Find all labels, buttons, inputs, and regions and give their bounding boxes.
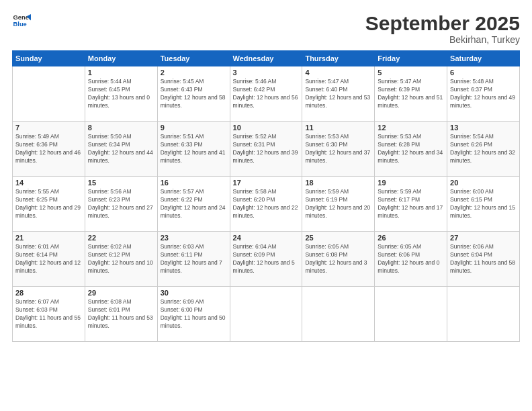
calendar-week-5: 28Sunrise: 6:07 AM Sunset: 6:03 PM Dayli… <box>13 287 520 342</box>
day-info: Sunrise: 6:01 AM Sunset: 6:14 PM Dayligh… <box>15 243 82 275</box>
day-info: Sunrise: 6:05 AM Sunset: 6:08 PM Dayligh… <box>305 243 371 275</box>
calendar-cell: 18Sunrise: 5:59 AM Sunset: 6:19 PM Dayli… <box>302 177 375 232</box>
day-info: Sunrise: 6:09 AM Sunset: 6:00 PM Dayligh… <box>161 298 227 330</box>
day-number: 13 <box>450 124 517 132</box>
calendar-week-3: 14Sunrise: 5:55 AM Sunset: 6:25 PM Dayli… <box>13 177 520 232</box>
day-number: 24 <box>233 234 300 242</box>
calendar-cell: 28Sunrise: 6:07 AM Sunset: 6:03 PM Dayli… <box>13 287 85 342</box>
day-info: Sunrise: 5:44 AM Sunset: 6:45 PM Dayligh… <box>88 78 154 110</box>
calendar-cell: 2Sunrise: 5:45 AM Sunset: 6:43 PM Daylig… <box>157 66 230 122</box>
calendar-cell: 13Sunrise: 5:54 AM Sunset: 6:26 PM Dayli… <box>447 122 520 177</box>
day-number: 25 <box>305 234 371 242</box>
calendar-cell: 17Sunrise: 5:58 AM Sunset: 6:20 PM Dayli… <box>230 177 302 232</box>
calendar-cell: 21Sunrise: 6:01 AM Sunset: 6:14 PM Dayli… <box>13 232 85 287</box>
day-number: 8 <box>88 124 154 132</box>
day-number: 15 <box>88 179 154 187</box>
day-info: Sunrise: 5:56 AM Sunset: 6:23 PM Dayligh… <box>88 188 154 220</box>
day-info: Sunrise: 6:05 AM Sunset: 6:06 PM Dayligh… <box>378 243 444 275</box>
calendar-cell: 22Sunrise: 6:02 AM Sunset: 6:12 PM Dayli… <box>85 232 157 287</box>
calendar-cell: 27Sunrise: 6:06 AM Sunset: 6:04 PM Dayli… <box>447 232 520 287</box>
header-friday: Friday <box>375 51 447 66</box>
day-number: 30 <box>161 289 227 297</box>
calendar-cell: 30Sunrise: 6:09 AM Sunset: 6:00 PM Dayli… <box>157 287 230 342</box>
header-row: Sunday Monday Tuesday Wednesday Thursday… <box>13 51 520 66</box>
day-info: Sunrise: 5:49 AM Sunset: 6:36 PM Dayligh… <box>15 133 82 165</box>
header-wednesday: Wednesday <box>230 51 302 66</box>
calendar-cell: 3Sunrise: 5:46 AM Sunset: 6:42 PM Daylig… <box>230 66 302 122</box>
day-number: 21 <box>15 234 82 242</box>
calendar-cell: 20Sunrise: 6:00 AM Sunset: 6:15 PM Dayli… <box>447 177 520 232</box>
day-number: 27 <box>450 234 517 242</box>
day-number: 16 <box>161 179 227 187</box>
calendar-cell: 23Sunrise: 6:03 AM Sunset: 6:11 PM Dayli… <box>157 232 230 287</box>
header-saturday: Saturday <box>447 51 520 66</box>
calendar-cell: 16Sunrise: 5:57 AM Sunset: 6:22 PM Dayli… <box>157 177 230 232</box>
day-info: Sunrise: 5:46 AM Sunset: 6:42 PM Dayligh… <box>233 78 300 110</box>
day-number: 23 <box>161 234 227 242</box>
calendar-cell: 19Sunrise: 5:59 AM Sunset: 6:17 PM Dayli… <box>375 177 447 232</box>
day-number: 11 <box>305 124 371 132</box>
day-info: Sunrise: 6:07 AM Sunset: 6:03 PM Dayligh… <box>15 298 82 330</box>
day-info: Sunrise: 6:03 AM Sunset: 6:11 PM Dayligh… <box>161 243 227 275</box>
day-info: Sunrise: 6:08 AM Sunset: 6:01 PM Dayligh… <box>88 298 154 330</box>
calendar-cell: 11Sunrise: 5:53 AM Sunset: 6:30 PM Dayli… <box>302 122 375 177</box>
location-subtitle: Bekirhan, Turkey <box>365 34 520 45</box>
calendar-week-1: 1Sunrise: 5:44 AM Sunset: 6:45 PM Daylig… <box>13 66 520 122</box>
calendar-cell: 9Sunrise: 5:51 AM Sunset: 6:33 PM Daylig… <box>157 122 230 177</box>
day-info: Sunrise: 5:57 AM Sunset: 6:22 PM Dayligh… <box>161 188 227 220</box>
svg-text:Blue: Blue <box>13 21 27 28</box>
day-number: 1 <box>88 68 154 77</box>
month-title: September 2025 <box>365 12 520 34</box>
day-number: 7 <box>15 124 82 132</box>
logo: General Blue <box>12 12 31 31</box>
day-info: Sunrise: 5:54 AM Sunset: 6:26 PM Dayligh… <box>450 133 517 165</box>
calendar-cell: 7Sunrise: 5:49 AM Sunset: 6:36 PM Daylig… <box>13 122 85 177</box>
day-info: Sunrise: 5:48 AM Sunset: 6:37 PM Dayligh… <box>450 78 517 110</box>
calendar-week-4: 21Sunrise: 6:01 AM Sunset: 6:14 PM Dayli… <box>13 232 520 287</box>
day-number: 19 <box>378 179 444 187</box>
day-number: 9 <box>161 124 227 132</box>
calendar-cell <box>230 287 302 342</box>
calendar-cell: 1Sunrise: 5:44 AM Sunset: 6:45 PM Daylig… <box>85 66 157 122</box>
day-number: 5 <box>378 68 444 77</box>
header-monday: Monday <box>85 51 157 66</box>
day-info: Sunrise: 6:06 AM Sunset: 6:04 PM Dayligh… <box>450 243 517 275</box>
day-info: Sunrise: 5:45 AM Sunset: 6:43 PM Dayligh… <box>161 78 227 110</box>
calendar-cell <box>13 66 85 122</box>
calendar-cell <box>447 287 520 342</box>
calendar-cell: 25Sunrise: 6:05 AM Sunset: 6:08 PM Dayli… <box>302 232 375 287</box>
logo-icon: General Blue <box>12 12 31 31</box>
day-number: 14 <box>15 179 82 187</box>
day-number: 29 <box>88 289 154 297</box>
calendar-week-2: 7Sunrise: 5:49 AM Sunset: 6:36 PM Daylig… <box>13 122 520 177</box>
day-number: 18 <box>305 179 371 187</box>
calendar-cell <box>302 287 375 342</box>
calendar-cell: 15Sunrise: 5:56 AM Sunset: 6:23 PM Dayli… <box>85 177 157 232</box>
day-info: Sunrise: 5:53 AM Sunset: 6:28 PM Dayligh… <box>378 133 444 165</box>
day-number: 10 <box>233 124 300 132</box>
calendar-cell: 24Sunrise: 6:04 AM Sunset: 6:09 PM Dayli… <box>230 232 302 287</box>
day-number: 26 <box>378 234 444 242</box>
day-info: Sunrise: 5:51 AM Sunset: 6:33 PM Dayligh… <box>161 133 227 165</box>
calendar-cell: 8Sunrise: 5:50 AM Sunset: 6:34 PM Daylig… <box>85 122 157 177</box>
day-number: 6 <box>450 68 517 77</box>
calendar-cell: 14Sunrise: 5:55 AM Sunset: 6:25 PM Dayli… <box>13 177 85 232</box>
day-info: Sunrise: 5:50 AM Sunset: 6:34 PM Dayligh… <box>88 133 154 165</box>
day-info: Sunrise: 5:47 AM Sunset: 6:40 PM Dayligh… <box>305 78 371 110</box>
day-number: 12 <box>378 124 444 132</box>
header-sunday: Sunday <box>13 51 85 66</box>
calendar-cell: 10Sunrise: 5:52 AM Sunset: 6:31 PM Dayli… <box>230 122 302 177</box>
day-info: Sunrise: 5:55 AM Sunset: 6:25 PM Dayligh… <box>15 188 82 220</box>
title-block: September 2025 Bekirhan, Turkey <box>365 12 520 45</box>
day-info: Sunrise: 5:47 AM Sunset: 6:39 PM Dayligh… <box>378 78 444 110</box>
day-number: 2 <box>161 68 227 77</box>
header-thursday: Thursday <box>302 51 375 66</box>
day-info: Sunrise: 5:53 AM Sunset: 6:30 PM Dayligh… <box>305 133 371 165</box>
day-number: 4 <box>305 68 371 77</box>
day-number: 28 <box>15 289 82 297</box>
calendar-cell: 29Sunrise: 6:08 AM Sunset: 6:01 PM Dayli… <box>85 287 157 342</box>
day-info: Sunrise: 5:52 AM Sunset: 6:31 PM Dayligh… <box>233 133 300 165</box>
day-info: Sunrise: 5:59 AM Sunset: 6:17 PM Dayligh… <box>378 188 444 220</box>
calendar-cell: 4Sunrise: 5:47 AM Sunset: 6:40 PM Daylig… <box>302 66 375 122</box>
calendar-cell: 6Sunrise: 5:48 AM Sunset: 6:37 PM Daylig… <box>447 66 520 122</box>
